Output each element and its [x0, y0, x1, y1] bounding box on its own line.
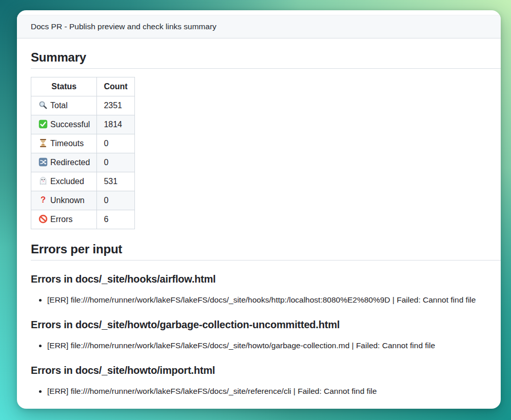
status-cell: Successful — [31, 115, 97, 134]
error-list: [ERR] file:///home/runner/work/lakeFS/la… — [31, 294, 501, 306]
table-row: Redirected0 — [31, 153, 135, 172]
status-cell: Errors — [31, 210, 97, 229]
status-cell: Excluded — [31, 172, 97, 191]
column-header-count: Count — [97, 77, 134, 96]
error-list: [ERR] file:///home/runner/work/lakeFS/la… — [31, 339, 501, 352]
error-item: [ERR] file:///home/runner/work/lakeFS/la… — [47, 339, 501, 352]
error-list: [ERR] file:///home/runner/work/lakeFS/la… — [31, 385, 501, 397]
shuffle-icon — [38, 157, 48, 167]
table-row: Total2351 — [31, 96, 135, 115]
status-cell: Redirected — [31, 153, 97, 172]
count-cell: 0 — [97, 153, 134, 172]
status-label: Redirected — [50, 158, 90, 167]
table-header-row: Status Count — [31, 77, 135, 96]
status-label: Unknown — [50, 196, 85, 205]
table-row: ?Unknown0 — [31, 191, 135, 210]
status-cell: Timeouts — [31, 134, 97, 153]
error-group-heading: Errors in docs/_site/howto/garbage-colle… — [31, 318, 501, 331]
count-cell: 2351 — [97, 96, 134, 115]
count-cell: 0 — [97, 191, 134, 210]
error-groups: Errors in docs/_site/hooks/airflow.html[… — [31, 273, 501, 397]
error-group-heading: Errors in docs/_site/howto/import.html — [31, 364, 501, 377]
error-item: [ERR] file:///home/runner/work/lakeFS/la… — [47, 385, 501, 397]
summary-table-body: Total2351Successful1814Timeouts0Redirect… — [31, 96, 135, 229]
table-row: Successful1814 — [31, 115, 135, 134]
table-row: Errors6 — [31, 210, 135, 229]
check-icon — [38, 119, 48, 129]
report-title: Docs PR - Publish preview and check link… — [31, 22, 217, 31]
status-label: Errors — [50, 215, 73, 224]
status-label: Total — [50, 101, 68, 110]
report-content: Summary Status Count Total2351Successful… — [17, 50, 501, 397]
errors-per-input-heading: Errors per input — [31, 242, 501, 261]
table-row: Excluded531 — [31, 172, 135, 191]
status-label: Successful — [50, 120, 90, 129]
report-titlebar: Docs PR - Publish preview and check link… — [17, 15, 501, 38]
table-row: Timeouts0 — [31, 134, 135, 153]
summary-table: Status Count Total2351Successful1814Time… — [31, 77, 135, 229]
svg-text:?: ? — [40, 195, 45, 204]
status-cell: Total — [31, 96, 97, 115]
status-label: Timeouts — [50, 139, 84, 148]
magnifier-icon — [38, 101, 48, 110]
ghost-icon — [38, 176, 48, 186]
summary-heading: Summary — [31, 50, 501, 69]
status-label: Excluded — [50, 177, 84, 186]
status-cell: ?Unknown — [31, 191, 97, 210]
column-header-status: Status — [31, 77, 97, 96]
error-item: [ERR] file:///home/runner/work/lakeFS/la… — [47, 294, 501, 306]
question-icon: ? — [38, 195, 48, 205]
count-cell: 6 — [97, 210, 134, 229]
hourglass-icon — [38, 138, 48, 148]
count-cell: 1814 — [97, 115, 134, 134]
count-cell: 531 — [97, 172, 134, 191]
error-group-heading: Errors in docs/_site/hooks/airflow.html — [31, 273, 501, 286]
summary-card: Docs PR - Publish preview and check link… — [17, 10, 501, 409]
count-cell: 0 — [97, 134, 134, 153]
no-entry-icon — [38, 214, 48, 224]
